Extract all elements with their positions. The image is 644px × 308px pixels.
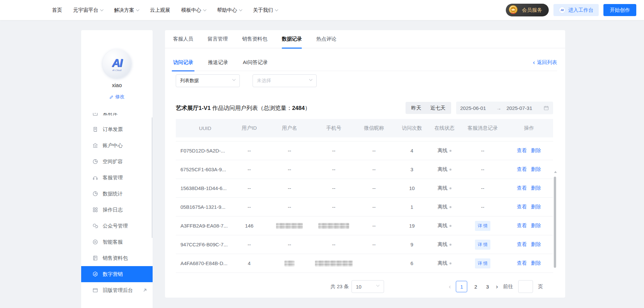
sidebar-item-official-account-mgmt[interactable]: 公众号管理 (81, 218, 153, 234)
nav-item-solutions[interactable]: 解决方案 (114, 7, 139, 13)
sidebar-item-label: 操作日志 (103, 207, 123, 213)
table-row: 15638D4B-1D44-6...--------10离线--查看删除 (176, 179, 553, 198)
cell-message-record: -- (461, 185, 505, 191)
tab-message-mgmt[interactable]: 留言管理 (208, 30, 228, 48)
yesterday-button[interactable]: 昨天 (411, 105, 421, 111)
tab-customer-staff[interactable]: 客服人员 (173, 30, 193, 48)
sidebar-item-digital-marketing[interactable]: 数字营销 (81, 266, 153, 282)
scrollbar-up-arrow-icon[interactable] (554, 171, 557, 173)
view-link[interactable]: 查看 (517, 166, 527, 172)
view-link[interactable]: 查看 (517, 147, 527, 153)
subtab-visit-records[interactable]: 访问记录 (173, 54, 193, 71)
nav-item-template-center[interactable]: 模板中心 (181, 7, 206, 13)
cell-user-name: -- (264, 204, 315, 210)
delete-link[interactable]: 删除 (531, 260, 541, 266)
nav-item-home[interactable]: 首页 (52, 7, 62, 13)
detail-tag[interactable]: 详 情 (475, 240, 490, 250)
subtab-ai-qa-records[interactable]: AI问答记录 (243, 54, 268, 71)
list-data-select[interactable]: 列表数据 (176, 74, 240, 87)
table-scrollbar[interactable] (554, 177, 556, 268)
date-range-picker[interactable]: 2025-06-01 → 2025-07-31 (456, 102, 553, 114)
member-service-label: 会员服务 (522, 7, 542, 13)
last-7-days-button[interactable]: 近七天 (430, 105, 445, 111)
cell-uuid: 947CC2F6-B09C-7... (176, 242, 234, 247)
sidebar-item-legacy-admin[interactable]: 旧版管理后台 (81, 282, 153, 298)
view-link[interactable]: 查看 (517, 241, 527, 247)
nav-item-about-us[interactable]: 关于我们 (253, 7, 278, 13)
table-row-partial (176, 137, 553, 141)
column-header-7: 客服消息记录 (461, 125, 505, 131)
cell-message-record: 详 情 (461, 258, 505, 268)
avatar[interactable]: AI AI Cloud (103, 49, 131, 78)
sidebar-item-account-center[interactable]: 账户中心 (81, 137, 153, 153)
nav-item-metaverse-platform[interactable]: 元宇宙平台 (73, 7, 103, 13)
sidebar-item-label: 数据统计 (103, 191, 123, 197)
grid-icon (92, 207, 98, 213)
cell-user-id: -- (234, 242, 264, 247)
enter-workspace-button[interactable]: AI 进入工作台 (553, 4, 599, 16)
edit-profile-link[interactable]: 修改 (81, 94, 153, 100)
view-link[interactable]: 查看 (517, 260, 527, 266)
next-page-button[interactable]: › (496, 283, 498, 290)
goto-page-input[interactable] (518, 280, 533, 293)
start-create-button[interactable]: 开始创作 (603, 4, 636, 16)
sidebar-item-sales-package[interactable]: 销售资料包 (81, 250, 153, 266)
cell-visit-count: 3 (395, 167, 428, 172)
tab-hot-comments[interactable]: 热点评论 (316, 30, 336, 48)
subtab-push-records[interactable]: 推送记录 (208, 54, 228, 71)
goto-label: 前往 (503, 284, 513, 290)
sidebar-item-customer-service-mgmt[interactable]: 客服管理 (81, 170, 153, 186)
view-link[interactable]: 查看 (517, 223, 527, 228)
cell-wechat-nickname: -- (353, 223, 395, 229)
view-link[interactable]: 查看 (517, 185, 527, 191)
member-service-button[interactable]: 会员服务 (506, 4, 549, 16)
pencil-icon (109, 95, 114, 99)
delete-link[interactable]: 删除 (531, 185, 541, 191)
sidebar-item-smart-customer-service[interactable]: 智能客服 (81, 234, 153, 250)
view-link[interactable]: 查看 (517, 204, 527, 209)
cell-user-name (264, 223, 315, 229)
nav-item-label: 解决方案 (114, 7, 134, 13)
tab-sales-package[interactable]: 销售资料包 (242, 30, 267, 48)
nav-item-label: 关于我们 (253, 7, 273, 13)
chevron-down-icon (309, 78, 313, 81)
cell-actions: 查看删除 (505, 223, 553, 229)
sidebar-item-data-statistics[interactable]: 数据统计 (81, 186, 153, 202)
ai-logo-icon: AI (559, 7, 566, 13)
table-row: 67525CF1-603A-9...--------3离线--查看删除 (176, 160, 553, 179)
prev-page-button[interactable]: ‹ (449, 283, 451, 290)
page-button-3[interactable]: 3 (484, 284, 491, 290)
cell-user-name: -- (264, 185, 315, 191)
sidebar-item-space-expansion[interactable]: 空间扩容 (81, 153, 153, 170)
delete-link[interactable]: 删除 (531, 204, 541, 209)
delete-link[interactable]: 删除 (531, 241, 541, 247)
page-size-select[interactable]: 10 (352, 280, 384, 293)
delete-link[interactable]: 删除 (531, 223, 541, 228)
bank-icon (92, 142, 98, 148)
secondary-select-placeholder: 未选择 (257, 78, 271, 84)
page-button-2[interactable]: 2 (472, 284, 479, 290)
page-size-value: 10 (356, 284, 362, 290)
page-button-1[interactable]: 1 (456, 281, 467, 292)
cell-phone (315, 223, 353, 229)
sidebar-scrollbar[interactable] (152, 117, 153, 238)
status-label: 离线 (437, 185, 447, 191)
delete-link[interactable]: 删除 (531, 147, 541, 153)
detail-tag[interactable]: 详 情 (475, 258, 490, 268)
pie-icon (92, 159, 98, 165)
tab-data-records[interactable]: 数据记录 (282, 30, 302, 48)
secondary-select[interactable]: 未选择 (253, 74, 317, 87)
nav-item-cloud-exhibition[interactable]: 云上观展 (150, 7, 170, 13)
sidebar-item-assets-library[interactable]: 素材库 (81, 113, 153, 121)
cell-phone (315, 260, 353, 266)
nav-item-help-center[interactable]: 帮助中心 (217, 7, 242, 13)
binder-icon (92, 255, 98, 261)
delete-link[interactable]: 删除 (531, 166, 541, 172)
detail-tag[interactable]: 详 情 (475, 221, 490, 231)
sidebar-item-operation-log[interactable]: 操作日志 (81, 202, 153, 218)
sidebar-item-order-invoice[interactable]: 订单发票 (81, 121, 153, 137)
back-to-list-link[interactable]: ‹ 返回列表 (533, 59, 557, 66)
list-data-select-value: 列表数据 (180, 78, 199, 84)
cell-actions: 查看删除 (505, 260, 553, 266)
offline-dot-icon (449, 244, 451, 246)
